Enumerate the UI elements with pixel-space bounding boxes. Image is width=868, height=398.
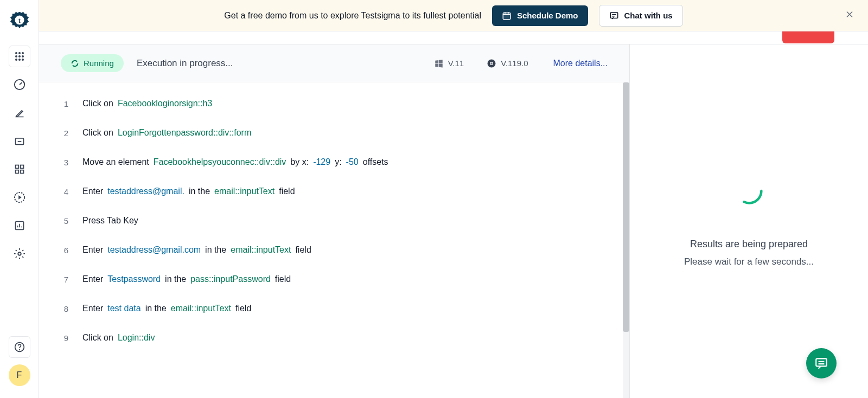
svg-point-5 xyxy=(15,55,17,57)
chat-icon xyxy=(609,11,619,21)
step-token: in the xyxy=(145,304,167,313)
step-number: 1 xyxy=(61,99,68,108)
os-info: V.11 xyxy=(434,59,464,68)
step-text: Click onFacebookloginorsign::h3 xyxy=(82,99,212,108)
step-token: email::inputText xyxy=(231,245,291,255)
edit-icon[interactable] xyxy=(9,102,30,124)
execution-message: Execution in progress... xyxy=(137,58,233,69)
step-token: in the xyxy=(189,187,210,196)
svg-point-27 xyxy=(737,178,761,203)
svg-rect-16 xyxy=(20,170,23,174)
step-token: pass::inputPassword xyxy=(190,274,271,284)
gear-icon[interactable] xyxy=(9,243,30,265)
steps-list: 1Click onFacebookloginorsign::h32Click o… xyxy=(39,82,629,398)
step-token: Move an element xyxy=(82,157,149,167)
step-row[interactable]: 6Entertestaddress@gmail.comin theemail::… xyxy=(39,235,629,265)
calendar-icon xyxy=(502,11,512,21)
step-row[interactable]: 4Entertestaddress@gmail.in theemail::inp… xyxy=(39,177,629,206)
folder-icon[interactable] xyxy=(9,130,30,152)
avatar[interactable]: F xyxy=(9,364,30,386)
svg-rect-22 xyxy=(503,12,510,19)
scrollbar-thumb[interactable] xyxy=(623,82,629,332)
svg-point-19 xyxy=(18,252,21,255)
step-text: Press Tab Key xyxy=(82,216,138,226)
close-icon[interactable] xyxy=(844,9,855,22)
step-token: Testpassword xyxy=(107,274,161,284)
step-row[interactable]: 5Press Tab Key xyxy=(39,206,629,235)
step-number: 6 xyxy=(61,246,68,255)
status-text: Running xyxy=(84,59,114,68)
step-token: email::inputText xyxy=(171,304,231,313)
step-token: testaddress@gmail.com xyxy=(107,245,201,255)
chat-button[interactable]: Chat with us xyxy=(599,5,683,27)
svg-rect-13 xyxy=(15,165,18,169)
banner-text: Get a free demo from us to explore Tests… xyxy=(224,11,481,21)
schedule-label: Schedule Demo xyxy=(517,11,578,20)
step-token: Enter xyxy=(82,187,103,196)
step-token: field xyxy=(275,274,291,284)
step-text: Entertestaddress@gmail.comin theemail::i… xyxy=(82,245,311,255)
svg-text:t: t xyxy=(18,17,21,24)
step-row[interactable]: 7EnterTestpasswordin thepass::inputPassw… xyxy=(39,265,629,294)
chat-fab[interactable] xyxy=(806,348,837,378)
step-row[interactable]: 2Click onLoginForgottenpassword::div::fo… xyxy=(39,118,629,147)
step-token: email::inputText xyxy=(214,187,275,196)
step-row[interactable]: 8Entertest datain theemail::inputTextfie… xyxy=(39,294,629,323)
more-details-link[interactable]: More details... xyxy=(553,59,608,68)
chrome-icon xyxy=(487,59,496,68)
svg-point-4 xyxy=(22,52,24,54)
results-line2: Please wait for a few seconds... xyxy=(684,256,814,267)
os-version: V.11 xyxy=(448,59,464,68)
windows-icon xyxy=(434,59,444,68)
svg-point-21 xyxy=(19,350,20,350)
svg-rect-15 xyxy=(15,170,18,174)
steps-panel: Running Execution in progress... V.11 V.… xyxy=(39,44,629,398)
svg-point-8 xyxy=(15,59,17,61)
svg-point-3 xyxy=(18,52,21,54)
results-panel: Results are being prepared Please wait f… xyxy=(629,44,868,398)
svg-point-6 xyxy=(18,55,21,57)
step-token: Facebookhelpsyouconnec::div::div xyxy=(154,157,286,167)
step-row[interactable]: 1Click onFacebookloginorsign::h3 xyxy=(39,89,629,118)
svg-point-9 xyxy=(18,59,21,61)
refresh-icon xyxy=(71,59,79,68)
step-token: Enter xyxy=(82,274,103,284)
step-row[interactable]: 3Move an elementFacebookhelpsyouconnec::… xyxy=(39,147,629,177)
step-token: Enter xyxy=(82,304,103,313)
dashboard-icon[interactable] xyxy=(9,74,30,95)
step-token: in the xyxy=(165,274,186,284)
svg-point-10 xyxy=(22,59,24,61)
step-row[interactable]: 9Click onLogin::div xyxy=(39,323,629,352)
step-text: Entertest datain theemail::inputTextfiel… xyxy=(82,304,251,313)
step-text: Move an elementFacebookhelpsyouconnec::d… xyxy=(82,157,388,167)
main-content: Get a free demo from us to explore Tests… xyxy=(39,0,868,398)
step-token: LoginForgottenpassword::div::form xyxy=(118,128,251,138)
demo-banner: Get a free demo from us to explore Tests… xyxy=(39,0,868,31)
svg-point-7 xyxy=(22,55,24,57)
play-dashed-icon[interactable] xyxy=(9,187,30,208)
execution-header: Running Execution in progress... V.11 V.… xyxy=(39,44,629,82)
svg-point-26 xyxy=(490,62,493,65)
chart-icon[interactable] xyxy=(9,215,30,236)
step-token: Click on xyxy=(82,333,113,343)
help-icon[interactable] xyxy=(9,336,30,358)
sidebar: t F xyxy=(0,0,39,398)
step-token: Press Tab Key xyxy=(82,216,138,226)
step-number: 5 xyxy=(61,216,68,226)
apps-icon[interactable] xyxy=(9,46,30,67)
grid-icon[interactable] xyxy=(9,158,30,180)
step-text: Click onLogin::div xyxy=(82,333,155,343)
step-token: field xyxy=(295,245,311,255)
step-token: -50 xyxy=(346,157,359,167)
step-token: Click on xyxy=(82,99,113,108)
schedule-demo-button[interactable]: Schedule Demo xyxy=(492,5,588,26)
step-number: 8 xyxy=(61,304,68,313)
step-number: 4 xyxy=(61,187,68,196)
avatar-letter: F xyxy=(17,370,22,380)
step-token: Facebookloginorsign::h3 xyxy=(118,99,212,108)
svg-rect-28 xyxy=(816,358,827,366)
step-token: by x: xyxy=(290,157,309,167)
step-number: 2 xyxy=(61,129,68,138)
red-button-peek xyxy=(782,31,834,43)
step-text: Entertestaddress@gmail.in theemail::inpu… xyxy=(82,187,295,196)
